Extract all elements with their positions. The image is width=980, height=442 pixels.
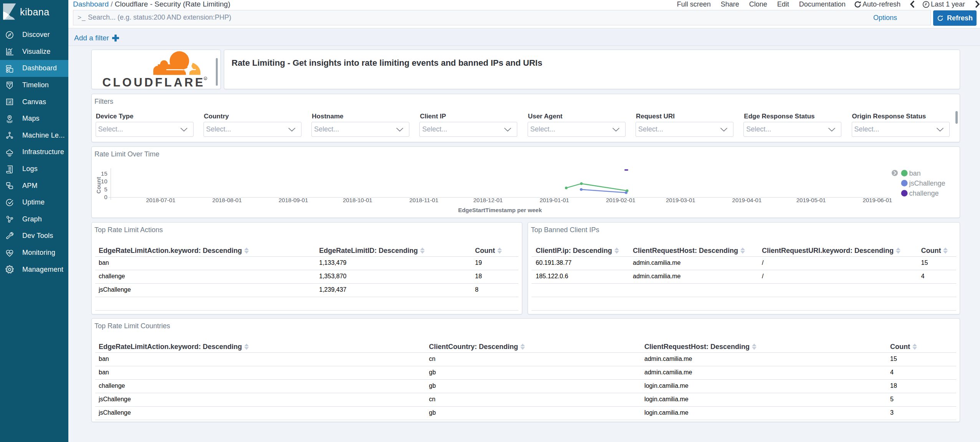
- svg-text:2018-12-01: 2018-12-01: [473, 197, 503, 203]
- svg-text:2018-08-01: 2018-08-01: [212, 197, 242, 203]
- svg-text:CLOUDFLARE: CLOUDFLARE: [102, 76, 205, 89]
- svg-text:2019-03-01: 2019-03-01: [665, 197, 695, 203]
- svg-text:2018-07-01: 2018-07-01: [146, 197, 175, 203]
- svg-text:0: 0: [104, 194, 107, 200]
- svg-text:2018-09-01: 2018-09-01: [278, 197, 308, 203]
- svg-text:2019-06-01: 2019-06-01: [862, 197, 892, 203]
- svg-text:2019-04-01: 2019-04-01: [732, 197, 761, 203]
- svg-text:ban: ban: [909, 169, 920, 177]
- svg-text:2019-02-01: 2019-02-01: [606, 197, 635, 203]
- svg-text:Count: Count: [95, 177, 101, 193]
- svg-text:2018-10-01: 2018-10-01: [343, 197, 372, 203]
- svg-text:2018-11-01: 2018-11-01: [409, 197, 438, 203]
- svg-text:2019-01-01: 2019-01-01: [540, 197, 569, 203]
- svg-text:5: 5: [104, 186, 107, 193]
- svg-text:15: 15: [101, 170, 107, 177]
- svg-text:2019-05-01: 2019-05-01: [796, 197, 826, 203]
- svg-text:EdgeStartTimestamp per week: EdgeStartTimestamp per week: [458, 207, 542, 213]
- svg-text:10: 10: [101, 178, 107, 184]
- svg-text:R: R: [204, 78, 206, 80]
- svg-text:challenge: challenge: [909, 189, 939, 197]
- svg-text:jsChallenge: jsChallenge: [909, 179, 945, 187]
